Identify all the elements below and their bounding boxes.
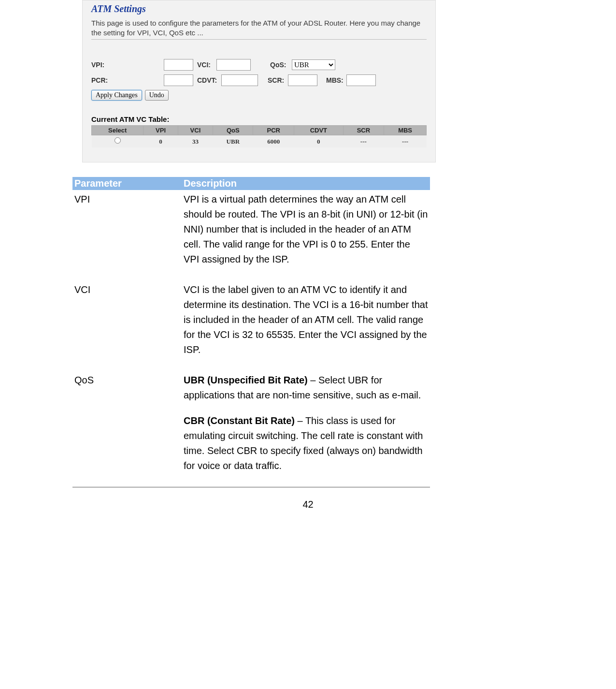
parameter-doc-table: Parameter Description VPI VPI is a virtu… — [72, 177, 430, 475]
cell-cdvt: 0 — [294, 135, 343, 148]
vc-table: Select VPI VCI QoS PCR CDVT SCR MBS 0 33… — [91, 125, 427, 147]
row-select-radio[interactable] — [115, 137, 121, 144]
pcr-label: PCR: — [91, 76, 164, 84]
scr-input[interactable] — [288, 74, 317, 86]
page-number: 42 — [0, 499, 616, 510]
vpi-input[interactable] — [164, 59, 193, 71]
qos-label: QoS: — [270, 61, 292, 69]
th-qos: QoS — [213, 126, 253, 135]
cell-vpi: 0 — [143, 135, 178, 148]
undo-button[interactable]: Undo — [145, 90, 169, 101]
panel-title: ATM Settings — [91, 3, 430, 15]
qos-select[interactable]: UBR — [292, 59, 335, 70]
cell-mbs: --- — [384, 135, 427, 148]
vci-input[interactable] — [216, 59, 251, 71]
ubr-bold: UBR (Unspecified Bit Rate) — [184, 375, 308, 385]
th-cdvt: CDVT — [294, 126, 343, 135]
mbs-label: MBS: — [326, 76, 346, 84]
th-mbs: MBS — [384, 126, 427, 135]
mbs-input[interactable] — [346, 74, 376, 86]
param-vpi: VPI — [72, 190, 182, 269]
cdvt-input[interactable] — [221, 74, 258, 86]
apply-changes-button[interactable]: Apply Changes — [91, 90, 142, 101]
footer-divider — [72, 487, 430, 487]
panel-description: This page is used to configure the param… — [91, 18, 427, 40]
th-scr: SCR — [343, 126, 384, 135]
doc-header-description: Description — [182, 177, 430, 190]
cell-vci: 33 — [178, 135, 213, 148]
th-select: Select — [92, 126, 143, 135]
scr-label: SCR: — [268, 76, 288, 84]
param-vci: VCI — [72, 280, 182, 359]
vci-label: VCI: — [197, 61, 216, 69]
cell-qos: UBR — [213, 135, 253, 148]
atm-form: VPI: VCI: QoS: UBR PCR: CDVT: SCR: MBS: — [87, 59, 430, 86]
desc-vci: VCI is the label given to an ATM VC to i… — [182, 280, 430, 359]
cbr-bold: CBR (Constant Bit Rate) — [184, 415, 295, 426]
th-vpi: VPI — [143, 126, 178, 135]
doc-header-parameter: Parameter — [72, 177, 182, 190]
cdvt-label: CDVT: — [197, 76, 221, 84]
vpi-label: VPI: — [91, 61, 164, 69]
desc-qos: UBR (Unspecified Bit Rate) – Select UBR … — [182, 371, 430, 475]
doc-row-vpi: VPI VPI is a virtual path determines the… — [72, 190, 430, 269]
param-qos: QoS — [72, 371, 182, 475]
cell-pcr: 6000 — [253, 135, 294, 148]
th-pcr: PCR — [253, 126, 294, 135]
th-vci: VCI — [178, 126, 213, 135]
cell-scr: --- — [343, 135, 384, 148]
desc-vpi: VPI is a virtual path determines the way… — [182, 190, 430, 269]
doc-row-vci: VCI VCI is the label given to an ATM VC … — [72, 280, 430, 359]
vc-table-title: Current ATM VC Table: — [91, 115, 427, 123]
pcr-input[interactable] — [164, 74, 193, 86]
atm-settings-panel: ATM Settings This page is used to config… — [82, 0, 436, 162]
table-row: 0 33 UBR 6000 0 --- --- — [92, 135, 427, 148]
doc-row-qos: QoS UBR (Unspecified Bit Rate) – Select … — [72, 371, 430, 475]
